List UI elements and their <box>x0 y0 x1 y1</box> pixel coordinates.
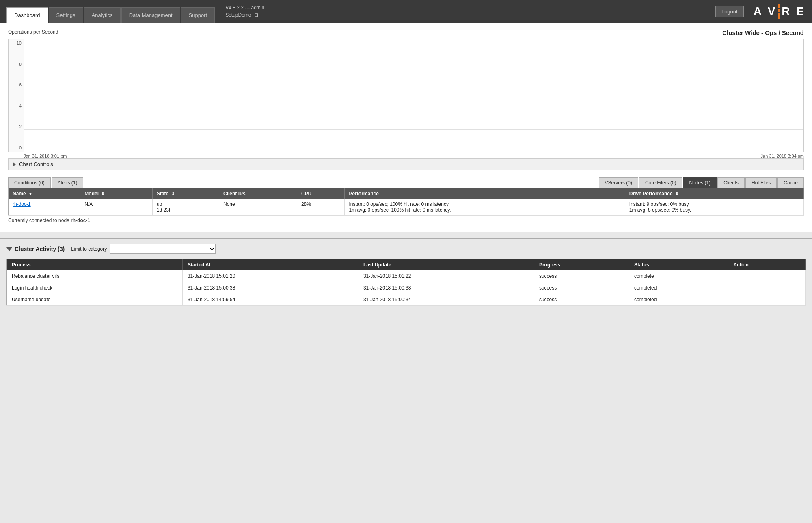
connected-node: rh-doc-1 <box>71 218 90 223</box>
cell-performance: Instant: 0 ops/sec; 100% hit rate; 0 ms … <box>345 199 625 216</box>
col-progress: Progress <box>534 259 629 271</box>
y-label-8: 8 <box>19 62 22 67</box>
cell-last-update: 31-Jan-2018 15:01:22 <box>358 270 534 282</box>
avere-logo: A V R E <box>754 4 806 19</box>
cell-name: rh-doc-1 <box>9 199 80 216</box>
cell-action <box>728 294 806 306</box>
cluster-activity-section: Cluster Activity (3) Limit to category P… <box>0 238 812 306</box>
version-info: V4.8.2.2 --- admin SetupDemo ⊡ <box>225 4 264 19</box>
filter-label: Limit to category <box>71 246 107 252</box>
y-label-0: 0 <box>19 145 22 150</box>
grid-line-0 <box>24 152 803 152</box>
col-name[interactable]: Name ▼ <box>9 188 80 199</box>
y-label-2: 2 <box>19 124 22 129</box>
sort-drive-perf-icon: ⇕ <box>675 192 678 196</box>
cell-progress: success <box>534 270 629 282</box>
node-link[interactable]: rh-doc-1 <box>13 201 31 207</box>
sort-state-icon: ⇕ <box>171 192 175 196</box>
cell-client-ips: None <box>219 199 297 216</box>
logout-button[interactable]: Logout <box>715 6 744 17</box>
collapse-icon[interactable] <box>6 247 12 251</box>
cell-started-at: 31-Jan-2018 15:00:38 <box>182 282 358 294</box>
col-last-update: Last Update <box>358 259 534 271</box>
col-model[interactable]: Model ⇕ <box>80 188 153 199</box>
cell-started-at: 31-Jan-2018 14:59:54 <box>182 294 358 306</box>
tab-vservers[interactable]: VServers (0) <box>599 177 638 188</box>
header: Dashboard Settings Analytics Data Manage… <box>0 0 812 23</box>
chart-controls[interactable]: Chart Controls <box>8 158 804 170</box>
table-row: Login health check31-Jan-2018 15:00:3831… <box>7 282 806 294</box>
cluster-activity-filter: Limit to category <box>71 244 216 254</box>
cluster-activity-header: Cluster Activity (3) Limit to category <box>6 244 806 254</box>
tab-support[interactable]: Support <box>181 7 215 23</box>
tab-settings[interactable]: Settings <box>49 7 83 23</box>
cell-process: Username update <box>7 294 183 306</box>
setup-text: SetupDemo ⊡ <box>225 11 264 19</box>
col-process: Process <box>7 259 183 271</box>
cell-action <box>728 270 806 282</box>
cell-state: up 1d 23h <box>152 199 219 216</box>
tab-group: Conditions (0) Alerts (1) VServers (0) C… <box>8 177 804 188</box>
nodes-table: Name ▼ Model ⇕ State ⇕ Client IPs CPU Pe… <box>8 188 804 216</box>
y-label-4: 4 <box>19 104 22 108</box>
tab-nodes[interactable]: Nodes (1) <box>683 177 717 188</box>
cell-cpu: 28% <box>297 199 345 216</box>
tab-cache[interactable]: Cache <box>777 177 804 188</box>
tab-hot-files[interactable]: Hot Files <box>745 177 777 188</box>
cell-model: N/A <box>80 199 153 216</box>
col-drive-performance[interactable]: Drive Performance ⇕ <box>625 188 803 199</box>
cell-drive-performance: Instant: 9 ops/sec; 0% busy. 1m avg: 8 o… <box>625 199 803 216</box>
chart-section: Operations per Second Cluster Wide - Ops… <box>8 29 804 170</box>
cell-process: Login health check <box>7 282 183 294</box>
grid-line-8 <box>24 62 803 62</box>
tab-analytics[interactable]: Analytics <box>84 7 121 23</box>
tab-alerts[interactable]: Alerts (1) <box>52 177 84 188</box>
grid-line-10 <box>24 39 803 39</box>
filter-select[interactable] <box>110 244 216 254</box>
grid-line-6 <box>24 84 803 84</box>
cell-progress: success <box>534 294 629 306</box>
cell-action <box>728 282 806 294</box>
tab-data-management[interactable]: Data Management <box>121 7 180 23</box>
tab-group-left: Conditions (0) Alerts (1) <box>8 177 83 188</box>
tab-clients[interactable]: Clients <box>717 177 745 188</box>
cell-status: completed <box>629 294 728 306</box>
col-state[interactable]: State ⇕ <box>152 188 219 199</box>
sort-model-icon: ⇕ <box>101 192 104 196</box>
connected-message: Currently connected to node rh-doc-1. <box>8 216 804 225</box>
chart-y-axis: 10 8 6 4 2 0 <box>9 39 24 152</box>
tab-dashboard[interactable]: Dashboard <box>6 7 48 23</box>
cell-started-at: 31-Jan-2018 15:01:20 <box>182 270 358 282</box>
tabs-section: Conditions (0) Alerts (1) VServers (0) C… <box>8 177 804 225</box>
cell-last-update: 31-Jan-2018 15:00:38 <box>358 282 534 294</box>
main-content: Operations per Second Cluster Wide - Ops… <box>0 23 812 232</box>
y-label-10: 10 <box>17 41 22 45</box>
table-row: Username update31-Jan-2018 14:59:5431-Ja… <box>7 294 806 306</box>
grid-line-4 <box>24 107 803 107</box>
tab-group-right: VServers (0) Core Filers (0) Nodes (1) C… <box>599 177 804 188</box>
version-text: V4.8.2.2 --- admin <box>225 4 264 11</box>
x-label-left: Jan 31, 2018 3:01 pm <box>24 153 67 158</box>
logo-bars-icon <box>778 4 780 19</box>
activity-table: Process Started At Last Update Progress … <box>6 259 806 306</box>
setup-icon: ⊡ <box>254 12 258 18</box>
chart-title-right: Cluster Wide - Ops / Second <box>722 29 804 36</box>
chart-header: Operations per Second Cluster Wide - Ops… <box>8 29 804 36</box>
tab-core-filers[interactable]: Core Filers (0) <box>639 177 682 188</box>
cell-status: complete <box>629 270 728 282</box>
chart-title: Operations per Second <box>8 29 58 35</box>
x-label-right: Jan 31, 2018 3:04 pm <box>761 153 804 158</box>
table-row: rh-doc-1 N/A up 1d 23h None 28% Instant:… <box>9 199 804 216</box>
col-performance: Performance <box>345 188 625 199</box>
chart-area: 10 8 6 4 2 0 <box>8 39 804 152</box>
col-started-at: Started At <box>182 259 358 271</box>
grid-line-2 <box>24 129 803 130</box>
cell-status: completed <box>629 282 728 294</box>
cluster-activity-title: Cluster Activity (3) <box>6 246 65 252</box>
chart-x-labels: Jan 31, 2018 3:01 pm Jan 31, 2018 3:04 p… <box>8 153 804 158</box>
chart-plot <box>24 39 803 152</box>
cell-last-update: 31-Jan-2018 15:00:34 <box>358 294 534 306</box>
table-row: Rebalance cluster vifs31-Jan-2018 15:01:… <box>7 270 806 282</box>
cell-progress: success <box>534 282 629 294</box>
tab-conditions[interactable]: Conditions (0) <box>8 177 51 188</box>
